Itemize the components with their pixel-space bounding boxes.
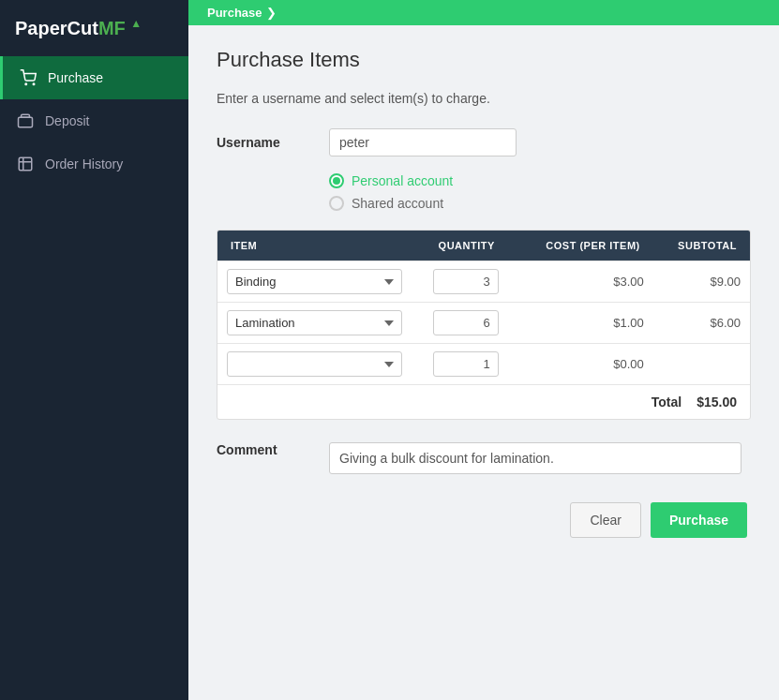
shared-account-radio[interactable] (329, 196, 344, 211)
account-type-group: Personal account Shared account (329, 173, 751, 211)
quantity-cell-2 (412, 303, 508, 343)
main-content: Purchase ❯ Purchase Items Enter a userna… (188, 0, 779, 700)
table-row: Binding Lamination $3.00 $9.00 (217, 261, 750, 302)
quantity-input-3[interactable] (433, 351, 499, 377)
total-amount: $15.00 (697, 395, 737, 410)
subtotal-display-2: $6.00 (710, 316, 741, 330)
comment-input[interactable] (329, 442, 742, 474)
logo-area: PaperCutMF ▲ (0, 0, 188, 56)
breadcrumb-arrow: ❯ (266, 6, 277, 20)
sidebar: PaperCutMF ▲ Purchase Deposit (0, 0, 188, 700)
personal-account-radio[interactable] (329, 173, 344, 188)
item-cell-1: Binding Lamination (217, 261, 412, 302)
comment-row: Comment (217, 442, 751, 474)
username-input[interactable] (329, 128, 517, 156)
cost-cell-3: $0.00 (508, 344, 653, 384)
comment-label: Comment (217, 442, 329, 457)
shared-account-option[interactable]: Shared account (329, 196, 751, 211)
cost-cell-1: $3.00 (508, 261, 653, 302)
cart-icon (18, 67, 38, 88)
purchase-button[interactable]: Purchase (651, 502, 747, 538)
header-quantity: QUANTITY (412, 231, 508, 261)
sidebar-item-deposit[interactable]: Deposit (0, 99, 188, 142)
shared-account-label: Shared account (352, 196, 443, 211)
item-cell-3: Binding Lamination (217, 344, 412, 384)
quantity-input-1[interactable] (433, 269, 499, 294)
subtotal-cell-1: $9.00 (653, 261, 750, 302)
quantity-cell-3 (412, 344, 508, 384)
history-icon (15, 154, 36, 174)
svg-rect-2 (19, 157, 32, 171)
quantity-input-2[interactable] (433, 310, 499, 335)
subtotal-cell-3 (653, 344, 750, 384)
cost-display-3: $0.00 (613, 357, 644, 371)
personal-account-label: Personal account (352, 173, 453, 188)
item-select-1[interactable]: Binding Lamination (227, 269, 402, 294)
sidebar-item-order-history-label: Order History (45, 156, 123, 171)
items-table: ITEM QUANTITY COST (PER ITEM) SUBTOTAL B… (217, 230, 751, 420)
page-title: Purchase Items (217, 48, 751, 72)
instruction-text: Enter a username and select item(s) to c… (217, 91, 751, 106)
item-select-2[interactable]: Lamination Binding (227, 310, 402, 335)
header-subtotal: SUBTOTAL (653, 231, 750, 261)
logo: PaperCutMF ▲ (15, 17, 142, 39)
subtotal-cell-2: $6.00 (653, 303, 750, 343)
subtotal-display-1: $9.00 (710, 275, 741, 289)
page-content: Purchase Items Enter a username and sele… (188, 25, 779, 700)
breadcrumb-label: Purchase (207, 6, 262, 20)
personal-account-option[interactable]: Personal account (329, 173, 751, 188)
table-header: ITEM QUANTITY COST (PER ITEM) SUBTOTAL (217, 231, 750, 261)
cost-display-2: $1.00 (613, 316, 644, 330)
total-row: Total $15.00 (217, 384, 750, 419)
deposit-icon (15, 111, 36, 131)
sidebar-item-purchase-label: Purchase (48, 70, 103, 85)
total-label: Total (652, 395, 682, 410)
sidebar-item-purchase[interactable]: Purchase (0, 56, 188, 99)
table-row: Lamination Binding $1.00 $6.00 (217, 302, 750, 343)
header-item: ITEM (217, 231, 412, 261)
action-buttons: Clear Purchase (217, 502, 751, 538)
item-select-3[interactable]: Binding Lamination (227, 351, 402, 377)
item-cell-2: Lamination Binding (217, 303, 412, 343)
svg-point-0 (25, 83, 27, 85)
breadcrumb-bar: Purchase ❯ (188, 0, 779, 25)
sidebar-item-order-history[interactable]: Order History (0, 142, 188, 186)
sidebar-item-deposit-label: Deposit (45, 113, 89, 128)
username-row: Username (217, 128, 751, 156)
cost-cell-2: $1.00 (508, 303, 653, 343)
svg-point-1 (33, 83, 35, 85)
header-cost: COST (PER ITEM) (508, 231, 653, 261)
logo-suffix: MF (98, 18, 126, 38)
table-row: Binding Lamination $0.00 (217, 343, 750, 384)
quantity-cell-1 (412, 261, 508, 302)
cost-display-1: $3.00 (613, 275, 644, 289)
username-label: Username (217, 135, 329, 150)
clear-button[interactable]: Clear (570, 502, 640, 538)
sidebar-nav: Purchase Deposit Order History (0, 56, 188, 186)
